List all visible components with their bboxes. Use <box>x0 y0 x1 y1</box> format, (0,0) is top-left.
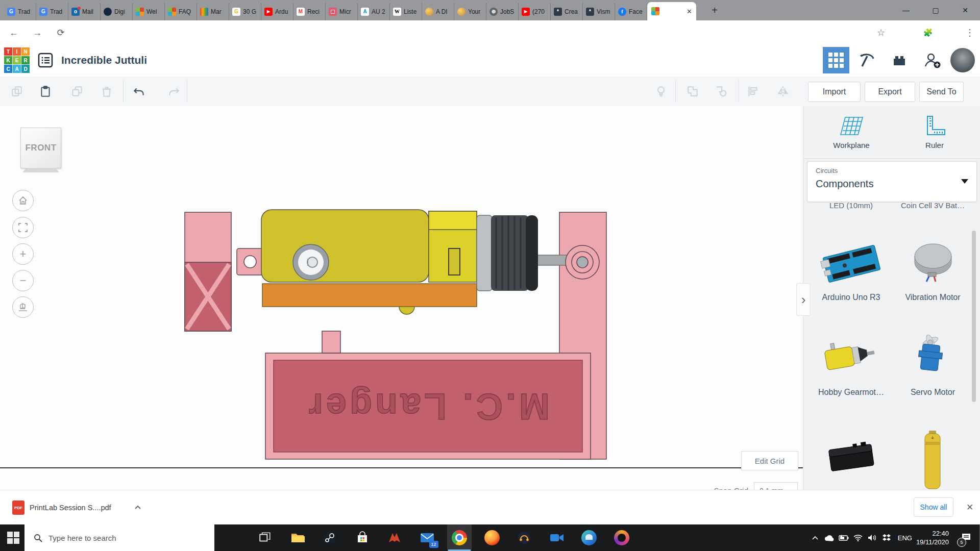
component-label-clipped[interactable]: LED (10mm) <box>810 201 893 210</box>
ungroup-icon[interactable] <box>715 85 728 98</box>
minecraft-export-button[interactable] <box>853 47 880 73</box>
browser-tab[interactable]: WListe <box>390 3 422 20</box>
browser-tab[interactable]: Your <box>454 3 486 20</box>
zoom-in-button[interactable]: + <box>12 243 34 265</box>
user-avatar[interactable] <box>950 48 975 72</box>
sidebar-collapse-handle[interactable]: › <box>796 283 811 316</box>
zoom-out-button[interactable]: − <box>12 270 34 291</box>
component-item-servo[interactable]: Servo Motor <box>891 330 974 397</box>
import-button[interactable]: Import <box>808 82 861 102</box>
taskbar-icon-file-explorer[interactable] <box>285 524 310 551</box>
active-tab[interactable]: ✕ <box>647 2 696 20</box>
show-all-downloads-button[interactable]: Show all <box>914 497 953 517</box>
taskbar-icon-msi-dragon[interactable] <box>382 524 407 551</box>
edit-grid-button[interactable]: Edit Grid <box>741 451 798 470</box>
taskbar-icon-firefox[interactable] <box>480 524 504 551</box>
window-minimize-button[interactable]: — <box>891 0 921 20</box>
blocks-view-button[interactable] <box>823 47 849 73</box>
onedrive-cloud-icon[interactable] <box>822 524 837 551</box>
extensions-puzzle-icon[interactable]: 🧩 <box>922 27 934 39</box>
browser-tab[interactable]: Digi <box>101 3 133 20</box>
forward-button[interactable]: → <box>31 27 43 39</box>
tray-chevron-up-icon[interactable] <box>808 524 822 551</box>
component-category-dropdown[interactable]: Circuits Components <box>807 161 977 202</box>
browser-tab[interactable]: fFace <box>615 3 647 20</box>
taskbar-icon-audio-app[interactable] <box>512 524 536 551</box>
undo-icon[interactable] <box>132 85 145 98</box>
home-view-button[interactable] <box>12 190 34 211</box>
action-center-icon[interactable]: 5 <box>956 524 976 551</box>
show-hide-bulb-icon[interactable] <box>654 85 668 98</box>
component-item-batteryaa[interactable]: + <box>891 427 974 478</box>
duplicate-icon[interactable] <box>70 85 84 98</box>
ruler-tool[interactable]: Ruler <box>904 115 965 149</box>
browser-tab[interactable]: ▶(270 <box>519 3 551 20</box>
language-indicator[interactable]: ENG <box>898 534 912 542</box>
browser-tab[interactable]: GTrad <box>36 3 68 20</box>
model-gearmotor[interactable] <box>261 210 477 314</box>
batteryaa-thumbnail[interactable]: + <box>897 427 969 478</box>
model-hub[interactable] <box>566 245 599 279</box>
paste-icon[interactable] <box>39 85 52 98</box>
tab-close-icon[interactable]: ✕ <box>687 8 692 15</box>
window-close-button[interactable]: ✕ <box>950 0 980 20</box>
taskbar-icon-store[interactable] <box>350 524 375 551</box>
browser-tab[interactable]: *Vism <box>583 3 615 20</box>
browser-tab[interactable]: Wel <box>133 3 165 20</box>
workplane-tool[interactable]: Workplane <box>821 115 882 149</box>
snap-grid-dropdown[interactable]: 0.1 mm ▲ <box>754 482 798 490</box>
browser-tab[interactable]: GTrad <box>4 3 36 20</box>
taskbar-search-box[interactable]: Type here to search <box>24 524 214 551</box>
browser-tab[interactable]: Micr <box>326 3 358 20</box>
component-item-battery9v[interactable] <box>810 433 893 484</box>
component-item-arduino[interactable]: Arduino Uno R3 <box>810 235 893 302</box>
component-item-vibration[interactable]: Vibration Motor <box>891 235 974 302</box>
taskbar-icon-chrome[interactable] <box>447 524 472 551</box>
back-button[interactable]: ← <box>8 27 20 39</box>
taskbar-icon-edge[interactable] <box>577 524 601 551</box>
export-button[interactable]: Export <box>865 82 915 102</box>
download-options-caret-icon[interactable] <box>134 504 142 512</box>
vibration-thumbnail[interactable] <box>897 235 969 286</box>
browser-tab[interactable]: Mar <box>197 3 229 20</box>
design-menu-icon[interactable] <box>38 53 53 68</box>
browser-tab[interactable]: AAU 2 <box>358 3 390 20</box>
servo-thumbnail[interactable] <box>897 330 969 381</box>
send-to-button[interactable]: Send To <box>919 82 964 102</box>
battery9v-thumbnail[interactable] <box>816 433 887 484</box>
copy-icon[interactable] <box>10 85 23 98</box>
taskbar-clock[interactable]: 22:40 19/11/2020 <box>916 529 949 546</box>
browser-tab[interactable]: A DI <box>422 3 454 20</box>
align-icon[interactable] <box>746 85 760 98</box>
start-button[interactable] <box>7 532 19 544</box>
download-bar-close-icon[interactable]: ✕ <box>965 503 975 513</box>
delete-icon[interactable] <box>100 85 113 98</box>
downloaded-file-name[interactable]: PrintLab Session S....pdf <box>30 490 111 525</box>
model-3d-view[interactable]: M.C. Langer <box>0 106 803 490</box>
new-tab-button[interactable]: + <box>708 4 721 16</box>
invite-collaborator-button[interactable] <box>919 47 945 73</box>
browser-tab[interactable]: oMail <box>68 3 101 20</box>
browser-tab[interactable]: FAQ <box>165 3 197 20</box>
browser-tab[interactable]: G30 G <box>229 3 261 20</box>
window-maximize-button[interactable]: ▢ <box>921 0 950 20</box>
gearmotor-thumbnail[interactable] <box>816 330 887 381</box>
browser-tab[interactable]: MReci <box>293 3 326 20</box>
brick-export-button[interactable] <box>886 47 913 73</box>
tinkercad-logo[interactable]: TIN KER CAD <box>4 47 30 73</box>
sidebar-scrollbar[interactable] <box>972 231 976 402</box>
bookmark-star-icon[interactable]: ☆ <box>875 27 887 39</box>
taskbar-icon-steam[interactable] <box>317 524 342 551</box>
volume-icon[interactable] <box>865 524 879 551</box>
browser-tab[interactable]: *Crea <box>551 3 583 20</box>
browser-menu-kebab-icon[interactable]: ⋮ <box>964 27 976 39</box>
mirror-icon[interactable] <box>776 85 790 98</box>
taskbar-icon-task-view[interactable] <box>253 524 277 551</box>
reload-button[interactable]: ⟳ <box>55 27 67 39</box>
3d-canvas[interactable]: M.C. Langer <box>0 106 803 490</box>
model-plate[interactable]: M.C. Langer <box>265 353 591 459</box>
taskbar-icon-design-app[interactable] <box>609 524 634 551</box>
browser-tab[interactable]: ▶Ardu <box>261 3 293 20</box>
wifi-icon[interactable] <box>851 524 865 551</box>
dropbox-icon[interactable] <box>879 524 894 551</box>
